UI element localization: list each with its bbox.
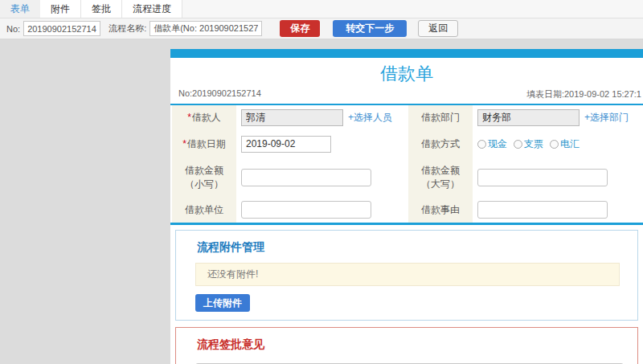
tab-form[interactable]: 表单 xyxy=(0,0,40,18)
doc-info-row: No:20190902152714 填表日期:2019-09-02 15:27:… xyxy=(170,88,643,105)
amount-upper-label: 借款金额（大写） xyxy=(408,158,473,197)
radio-wire[interactable]: 电汇 xyxy=(550,137,580,151)
loan-method-radio-group: 现金 支票 电汇 xyxy=(477,137,580,151)
tab-approval[interactable]: 签批 xyxy=(81,0,122,18)
page-title: 借款单 xyxy=(170,58,643,88)
amount-upper-field xyxy=(473,158,641,197)
no-input[interactable] xyxy=(23,21,100,36)
radio-cash-label: 现金 xyxy=(488,137,507,151)
loan-date-input[interactable] xyxy=(241,136,331,153)
no-attachment-alert: 还没有附件! xyxy=(195,263,620,286)
borrower-label: *借款人 xyxy=(172,105,236,129)
radio-wire-label: 电汇 xyxy=(560,137,580,151)
tab-attachment[interactable]: 附件 xyxy=(40,0,81,18)
radio-icon[interactable] xyxy=(477,140,486,149)
required-marker: * xyxy=(187,112,191,123)
loan-unit-label: 借款单位 xyxy=(172,197,236,223)
select-department-link[interactable]: +选择部门 xyxy=(584,111,629,125)
amount-upper-input[interactable] xyxy=(477,169,608,186)
loan-method-field: 现金 支票 电汇 xyxy=(473,129,641,158)
loan-date-label: *借款日期 xyxy=(172,129,236,158)
amount-lower-label: 借款金额（小写） xyxy=(172,158,236,197)
loan-unit-field xyxy=(236,197,408,223)
process-name-label: 流程名称: xyxy=(109,22,146,35)
doc-number: No:20190902152714 xyxy=(178,88,261,100)
process-name-input[interactable] xyxy=(149,21,262,36)
loan-reason-field xyxy=(473,197,641,223)
doc-fill-date: 填表日期:2019-09-02 15:27:1 xyxy=(526,88,641,100)
save-button[interactable]: 保存 xyxy=(280,20,320,37)
amount-lower-field xyxy=(236,158,408,197)
next-step-button[interactable]: 转交下一步 xyxy=(333,20,407,37)
loan-reason-label: 借款事由 xyxy=(408,197,473,223)
approval-section-heading: 流程签批意见 xyxy=(197,337,637,352)
amount-lower-input[interactable] xyxy=(241,169,371,186)
tab-progress[interactable]: 流程进度 xyxy=(122,0,182,18)
loan-unit-input[interactable] xyxy=(241,201,371,219)
select-person-link[interactable]: +选择人员 xyxy=(348,111,392,125)
radio-icon[interactable] xyxy=(514,140,522,149)
radio-icon[interactable] xyxy=(550,140,559,149)
department-field: +选择部门 xyxy=(473,105,641,129)
radio-cheque[interactable]: 支票 xyxy=(514,137,543,151)
panel-top-accent-bar xyxy=(170,49,643,58)
loan-reason-input[interactable] xyxy=(477,201,608,219)
upload-attachment-button[interactable]: 上传附件 xyxy=(195,294,250,312)
department-label: 借款部门 xyxy=(408,105,473,129)
form-panel: 借款单 No:20190902152714 填表日期:2019-09-02 15… xyxy=(170,49,643,364)
action-toolbar: No: 流程名称: 保存 转交下一步 返回 xyxy=(0,18,643,39)
required-marker: * xyxy=(182,138,186,149)
no-label: No: xyxy=(6,24,20,34)
loan-form: *借款人 +选择人员 借款部门 +选择部门 *借款日期 借款方式 现金 xyxy=(170,105,643,225)
radio-cash[interactable]: 现金 xyxy=(477,137,507,151)
loan-date-field xyxy=(236,129,408,158)
attachment-section-heading: 流程附件管理 xyxy=(197,240,637,255)
back-button[interactable]: 返回 xyxy=(418,20,458,37)
department-input[interactable] xyxy=(477,109,580,126)
borrower-field: +选择人员 xyxy=(236,105,408,129)
tab-bar: 表单 附件 签批 流程进度 xyxy=(0,0,643,18)
attachment-section: 流程附件管理 还没有附件! 上传附件 xyxy=(175,230,638,321)
radio-cheque-label: 支票 xyxy=(524,137,543,151)
borrower-input[interactable] xyxy=(241,109,343,126)
loan-method-label: 借款方式 xyxy=(408,129,473,158)
approval-section: 流程签批意见 B I abc xyxy=(175,327,638,364)
